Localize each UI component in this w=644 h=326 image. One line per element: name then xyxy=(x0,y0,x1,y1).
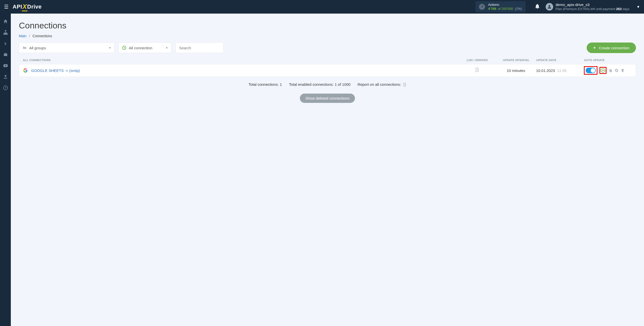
svg-text:?: ? xyxy=(5,86,7,89)
col-log: LOG / ERRORS xyxy=(458,59,496,62)
report-icon[interactable] xyxy=(403,83,406,87)
folder-icon xyxy=(23,46,27,50)
plan-name: Premium EXTRA xyxy=(564,7,589,11)
sidebar-user-icon[interactable] xyxy=(3,74,8,79)
menu-toggle-icon[interactable]: ☰ xyxy=(2,2,11,11)
search-box[interactable] xyxy=(175,43,224,53)
logo-text-pre: API xyxy=(13,4,22,10)
actions-total: 200'000 xyxy=(502,7,513,11)
actions-pct: (2%) xyxy=(515,7,522,11)
plan-days-suffix: days xyxy=(622,7,629,11)
search-input[interactable] xyxy=(179,46,220,50)
table-headers: ALL CONNECTIONS LOG / ERRORS UPDATE INTE… xyxy=(19,59,636,64)
col-name: ALL CONNECTIONS xyxy=(23,59,458,62)
log-cell[interactable] xyxy=(458,67,496,73)
date-cell: 10.01.2023 11:26 xyxy=(536,68,584,73)
summary-enabled: Total enabled connections: 1 of 1000 xyxy=(289,82,350,87)
plan-days: 263 xyxy=(616,7,622,11)
sidebar-briefcase-icon[interactable] xyxy=(3,52,8,57)
logo[interactable]: API X Drive xyxy=(13,3,42,11)
run-now-button[interactable] xyxy=(601,68,605,73)
breadcrumb-current: Connections xyxy=(32,34,52,38)
interval-cell: 10 minutes xyxy=(496,68,536,73)
sidebar: $ ? xyxy=(0,14,11,326)
actions-cell xyxy=(584,66,632,75)
plus-icon: + xyxy=(593,45,596,50)
create-connection-button[interactable]: + Create connection xyxy=(587,43,636,53)
connection-status-select[interactable]: All connection ▾ xyxy=(118,43,171,53)
table-row: GOOGLE SHEETS -> (smtp) 10 minutes 10.01… xyxy=(19,64,636,77)
chevron-down-icon: ▾ xyxy=(109,46,111,50)
avatar-icon[interactable] xyxy=(546,3,553,11)
sidebar-sitemap-icon[interactable] xyxy=(3,30,8,35)
connection-status-label: All connection xyxy=(129,46,166,50)
page-title: Connections xyxy=(19,21,636,30)
summary-report-wrap: Report on all connections: xyxy=(357,82,406,87)
play-circle-icon xyxy=(122,46,126,50)
bell-icon[interactable] xyxy=(535,4,540,10)
highlight-run xyxy=(599,67,607,74)
topbar: ☰ API X Drive i Actions: 4'768 of 200'00… xyxy=(0,0,644,14)
info-icon: i xyxy=(479,4,485,10)
actions-counter[interactable]: i Actions: 4'768 of 200'000 (2%) xyxy=(475,1,525,13)
chevron-down-icon[interactable]: ▼ xyxy=(636,5,640,9)
sidebar-dollar-icon[interactable]: $ xyxy=(3,41,8,46)
logo-text-x: X xyxy=(22,3,27,11)
sidebar-home-icon[interactable] xyxy=(3,19,8,24)
actions-of: of xyxy=(498,7,501,11)
show-deleted-button[interactable]: Show deleted connections xyxy=(300,94,355,103)
auto-update-toggle[interactable] xyxy=(586,68,596,73)
gear-icon[interactable] xyxy=(615,68,619,72)
user-info[interactable]: demo_apix-drive_s3 Plan |Premium EXTRA| … xyxy=(556,2,630,11)
filter-row: All groups ▾ All connection ▾ + Create c… xyxy=(19,43,636,53)
actions-label: Actions: xyxy=(488,3,522,7)
breadcrumb: Main / Connections xyxy=(19,34,636,38)
actions-used: 4'768 xyxy=(488,7,496,11)
groups-select[interactable]: All groups ▾ xyxy=(19,43,114,53)
chevron-down-icon: ▾ xyxy=(166,46,168,50)
summary-total: Total connections: 1 xyxy=(249,82,282,87)
update-date: 10.01.2023 xyxy=(536,68,555,73)
logo-text-post: Drive xyxy=(27,4,42,10)
col-auto: AUTO UPDATE xyxy=(584,59,632,62)
plan-mid: | left until payment xyxy=(589,7,616,11)
summary-line: Total connections: 1 Total enabled conne… xyxy=(19,82,636,87)
summary-report: Report on all connections: xyxy=(357,82,401,87)
username: demo_apix-drive_s3 xyxy=(556,2,630,7)
copy-icon[interactable] xyxy=(609,68,613,72)
document-icon xyxy=(475,67,479,73)
google-icon xyxy=(23,68,28,73)
col-date: UPDATE DATE xyxy=(536,59,584,62)
svg-text:$: $ xyxy=(4,42,6,46)
trash-icon[interactable] xyxy=(621,68,625,72)
connection-name-link[interactable]: GOOGLE SHEETS -> (smtp) xyxy=(31,68,458,73)
highlight-auto-update xyxy=(584,66,597,75)
actions-text: Actions: 4'768 of 200'000 (2%) xyxy=(488,3,522,11)
plan-line: Plan |Premium EXTRA| left until payment … xyxy=(556,7,630,11)
update-time: 11:26 xyxy=(557,68,567,73)
groups-select-label: All groups xyxy=(29,46,109,50)
plan-pre: Plan | xyxy=(556,7,564,11)
breadcrumb-sep: / xyxy=(29,34,30,38)
svg-point-2 xyxy=(5,75,6,77)
sidebar-youtube-icon[interactable] xyxy=(3,63,8,68)
content: Connections Main / Connections All group… xyxy=(11,14,644,326)
breadcrumb-main[interactable]: Main xyxy=(19,34,26,38)
create-connection-label: Create connection xyxy=(599,46,629,50)
col-interval: UPDATE INTERVAL xyxy=(496,59,536,62)
sidebar-help-icon[interactable]: ? xyxy=(3,85,8,91)
